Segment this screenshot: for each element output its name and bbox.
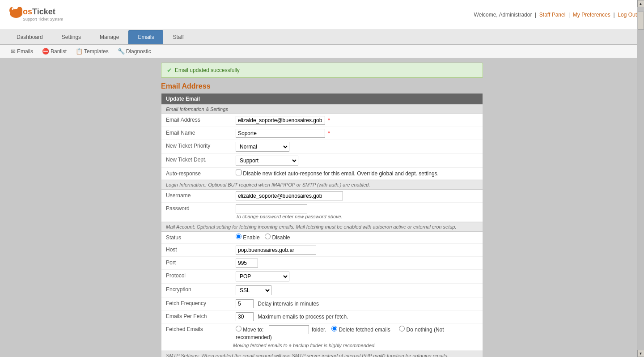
svg-point-2 xyxy=(9,7,14,13)
port-input[interactable] xyxy=(236,259,258,268)
mail-account-header: Mail Account: Optional setting for fetch… xyxy=(161,222,483,232)
svg-text:os: os xyxy=(23,7,32,16)
mail-status-label: Status xyxy=(161,232,233,243)
scroll-up-arrow[interactable]: ▲ xyxy=(637,0,644,7)
move-to-radio-label: Move to: xyxy=(236,327,265,333)
mail-status-enable-radio[interactable] xyxy=(236,234,242,239)
fetched-emails-label: Fetched Emails xyxy=(161,323,233,342)
welcome-text: Welcome, Administrador xyxy=(474,12,532,18)
scroll-down-arrow[interactable]: ▼ xyxy=(637,350,644,357)
email-name-input[interactable] xyxy=(236,129,325,138)
success-text: Email updated successfully xyxy=(175,67,240,73)
email-address-required: * xyxy=(328,117,330,123)
host-value xyxy=(233,244,483,256)
email-address-row: Email Address * xyxy=(161,114,483,127)
username-row: Username xyxy=(161,190,483,203)
host-label: Host xyxy=(161,244,233,256)
auto-response-value: Disable new ticket auto-response for thi… xyxy=(233,168,483,179)
port-value xyxy=(233,257,483,269)
logo-icon: os Ticket Support Ticket System xyxy=(7,4,65,26)
fetch-frequency-label: Fetch Frequency xyxy=(161,298,233,310)
auto-response-label: Auto-response xyxy=(161,168,233,179)
svg-point-1 xyxy=(17,7,22,14)
login-info-header: Login Information:: Optional BUT require… xyxy=(161,180,483,190)
emails-per-fetch-row: Emails Per Fetch Maximum emails to proce… xyxy=(161,310,483,323)
mail-status-disable-radio[interactable] xyxy=(265,234,271,239)
port-label: Port xyxy=(161,257,233,269)
encryption-value: None SSL TLS xyxy=(233,284,483,297)
emails-per-fetch-label: Emails Per Fetch xyxy=(161,310,233,323)
email-name-required: * xyxy=(328,130,330,136)
auto-response-row: Auto-response Disable new ticket auto-re… xyxy=(161,168,483,180)
scroll-thumb[interactable] xyxy=(638,12,644,30)
mail-status-value: Enable Disable xyxy=(233,232,483,243)
nav-manage[interactable]: Manage xyxy=(90,30,128,44)
auto-response-checkbox-label: Disable new ticket auto-response for thi… xyxy=(243,170,439,177)
email-name-value: * xyxy=(233,127,483,140)
nav-staff[interactable]: Staff xyxy=(163,30,193,44)
port-row: Port xyxy=(161,257,483,270)
password-label: Password xyxy=(161,203,233,221)
subsection-info-header: Email Information & Settings xyxy=(161,104,483,114)
my-preferences-link[interactable]: My Preferences xyxy=(573,12,610,18)
protocol-select[interactable]: POP IMAP xyxy=(236,272,289,281)
username-label: Username xyxy=(161,190,233,202)
log-out-link[interactable]: Log Out xyxy=(618,12,637,18)
auto-response-checkbox[interactable] xyxy=(236,170,242,175)
move-to-radio[interactable] xyxy=(236,326,242,332)
fetch-frequency-input[interactable] xyxy=(236,299,254,308)
do-nothing-radio[interactable] xyxy=(399,326,405,332)
emails-per-fetch-hint: Maximum emails to process per fetch. xyxy=(258,314,348,320)
emails-per-fetch-input[interactable] xyxy=(236,312,254,321)
encryption-select[interactable]: None SSL TLS xyxy=(236,285,271,295)
svg-text:Support Ticket System: Support Ticket System xyxy=(23,17,63,21)
subnav-templates[interactable]: 📋 Templates xyxy=(72,47,112,56)
fetched-hint: Moving fetched emails to a backup folder… xyxy=(233,343,376,348)
delete-fetched-radio[interactable] xyxy=(331,326,337,332)
subnav-banlist[interactable]: ⛔ Banlist xyxy=(38,47,70,56)
header: os Ticket Support Ticket System Welcome,… xyxy=(0,0,644,30)
encryption-row: Encryption None SSL TLS xyxy=(161,284,483,298)
new-ticket-priority-value: Low Normal High Critical xyxy=(233,140,483,153)
subnav-emails[interactable]: ✉ Emails xyxy=(7,47,37,56)
mail-status-enable-label: Enable xyxy=(236,234,261,241)
password-row: Password To change password enter new pa… xyxy=(161,203,483,222)
password-input[interactable] xyxy=(236,204,307,213)
fetch-frequency-row: Fetch Frequency Delay intervals in minut… xyxy=(161,298,483,310)
new-ticket-priority-select[interactable]: Low Normal High Critical xyxy=(236,142,289,152)
subnav-diagnostic[interactable]: 🔧 Diagnostic xyxy=(114,47,155,56)
scroll-track xyxy=(637,7,644,350)
mail-status-row: Status Enable Disable xyxy=(161,232,483,244)
nav-settings[interactable]: Settings xyxy=(52,30,90,44)
email-name-label: Email Name xyxy=(161,127,233,140)
smtp-header: SMTP Settings: When enabled the email ac… xyxy=(161,351,483,357)
email-address-label: Email Address xyxy=(161,114,233,127)
fetched-emails-value: Move to: folder. Delete fetched emails D… xyxy=(233,323,483,342)
staff-panel-link[interactable]: Staff Panel xyxy=(539,12,566,18)
fetch-frequency-value: Delay intervals in minutes xyxy=(233,298,483,310)
username-input[interactable] xyxy=(236,191,343,200)
new-ticket-dept-select[interactable]: Support Sales Technical xyxy=(236,156,298,166)
delete-fetched-label: Delete fetched emails xyxy=(331,327,392,333)
scrollbar: ▲ ▼ xyxy=(637,0,644,357)
svg-text:Ticket: Ticket xyxy=(32,7,55,16)
emails-per-fetch-value: Maximum emails to process per fetch. xyxy=(233,310,483,323)
mail-status-disable-label: Disable xyxy=(265,234,290,241)
folder-input[interactable] xyxy=(269,325,309,334)
email-address-input[interactable] xyxy=(236,116,325,125)
protocol-row: Protocol POP IMAP xyxy=(161,270,483,284)
success-message: ✔ Email updated successfully xyxy=(161,63,483,78)
success-icon: ✔ xyxy=(167,67,172,74)
new-ticket-priority-row: New Ticket Priority Low Normal High Crit… xyxy=(161,140,483,154)
new-ticket-dept-value: Support Sales Technical xyxy=(233,154,483,167)
nav-dashboard[interactable]: Dashboard xyxy=(7,30,52,44)
new-ticket-dept-label: New Ticket Dept. xyxy=(161,154,233,167)
nav-emails[interactable]: Emails xyxy=(128,30,163,44)
new-ticket-dept-row: New Ticket Dept. Support Sales Technical xyxy=(161,154,483,168)
host-input[interactable] xyxy=(236,246,316,255)
section-update-email-header: Update Email xyxy=(161,94,483,104)
email-address-value: * xyxy=(233,114,483,127)
protocol-label: Protocol xyxy=(161,270,233,283)
sub-nav: ✉ Emails ⛔ Banlist 📋 Templates 🔧 Diagnos… xyxy=(0,45,644,58)
password-value: To change password enter new password ab… xyxy=(233,203,483,221)
